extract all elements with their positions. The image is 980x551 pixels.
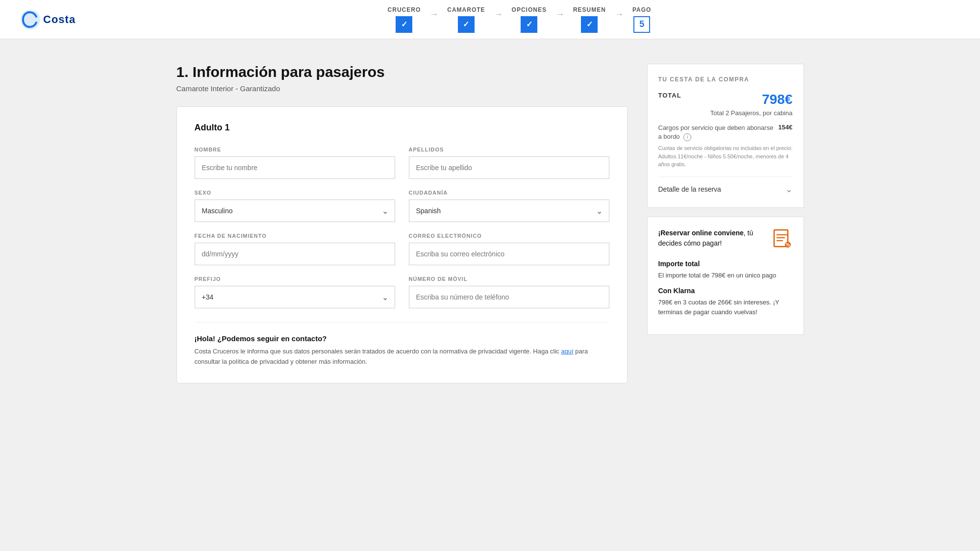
group-ciudadania: CIUDADANÍA Spanish English French German… (409, 190, 609, 222)
label-fecha: FECHA DE NACIMIENTO (195, 233, 395, 239)
page-subtitle: Camarote Interior - Garantizado (176, 84, 628, 93)
label-apellidos: APELLIDOS (409, 147, 609, 152)
input-movil[interactable] (409, 286, 609, 308)
detalle-reserva-row[interactable]: Detalle de la reserva ⌄ (658, 176, 793, 198)
step-resumen-indicator: ✓ (581, 16, 598, 33)
detalle-label: Detalle de la reserva (658, 185, 721, 193)
group-movil: NÚMERO DE MÓVIL (409, 276, 609, 308)
row-fecha-correo: FECHA DE NACIMIENTO CORREO ELECTRÓNICO (195, 233, 609, 265)
step-camarote-indicator: ✓ (458, 16, 475, 33)
promo-icon: % (771, 228, 793, 253)
info-icon[interactable]: i (683, 133, 691, 141)
arrow-2: → (485, 9, 512, 29)
promo-klarna-section: Con Klarna 798€ en 3 cuotas de 266€ sin … (658, 287, 793, 317)
group-nombre: NOMBRE (195, 147, 395, 179)
step-crucero-indicator: ✓ (396, 16, 412, 33)
arrow-4: → (606, 9, 632, 29)
input-correo[interactable] (409, 243, 609, 265)
promo-klarna-title: Con Klarna (658, 287, 793, 295)
privacy-text: Costa Cruceros le informa que sus datos … (195, 347, 609, 367)
group-sexo: SEXO Masculino Femenino ⌄ (195, 190, 395, 222)
step-resumen[interactable]: RESUMEN ✓ (573, 6, 606, 33)
total-row: TOTAL 798€ (658, 92, 793, 107)
select-sexo[interactable]: Masculino Femenino (195, 200, 395, 222)
promo-klarna-text: 798€ en 3 cuotas de 266€ sin intereses. … (658, 298, 793, 317)
total-sub: Total 2 Pasajeros, por cabina (658, 109, 793, 117)
label-sexo: SEXO (195, 190, 395, 196)
arrow-3: → (547, 9, 573, 29)
group-prefijo: PREFIJO +34 +1 +44 +49 ⌄ (195, 276, 395, 308)
service-note: Cuotas de servicio obligatorias no inclu… (658, 144, 793, 169)
total-label: TOTAL (658, 92, 681, 99)
label-prefijo: PREFIJO (195, 276, 395, 282)
privacy-link[interactable]: aquí (561, 348, 573, 355)
privacy-section: ¡Hola! ¿Podemos seguir en contacto? Cost… (195, 322, 609, 367)
step-opciones-indicator: ✓ (521, 16, 537, 33)
cargo-text: Cargos por servicio que deben abonarse a… (658, 124, 775, 141)
logo: Costa (20, 9, 78, 30)
promo-importe-title: Importe total (658, 260, 793, 268)
adult-title: Adulto 1 (195, 123, 609, 133)
cargo-row: Cargos por servicio que deben abonarse a… (658, 124, 793, 141)
step-crucero[interactable]: CRUCERO ✓ (388, 6, 421, 33)
page-title: 1. Información para pasajeros (176, 64, 628, 80)
group-correo: CORREO ELECTRÓNICO (409, 233, 609, 265)
promo-card: ¡Reservar online conviene, tú decides có… (647, 217, 804, 335)
stepper: CRUCERO ✓ → CAMAROTE ✓ → OPCIONES ✓ → RE… (78, 6, 960, 33)
select-prefijo[interactable]: +34 +1 +44 +49 (195, 286, 395, 308)
promo-title: ¡Reservar online conviene, tú decides có… (658, 228, 765, 249)
row-nombre-apellidos: NOMBRE APELLIDOS (195, 147, 609, 179)
logo-text: Costa (43, 13, 75, 26)
promo-importe-text: El importe total de 798€ en un único pag… (658, 271, 793, 280)
privacy-title: ¡Hola! ¿Podemos seguir en contacto? (195, 334, 609, 343)
chevron-down-icon-detalle: ⌄ (785, 184, 793, 195)
label-nombre: NOMBRE (195, 147, 395, 152)
label-correo: CORREO ELECTRÓNICO (409, 233, 609, 239)
select-ciudadania[interactable]: Spanish English French German (409, 200, 609, 222)
select-wrapper-sexo: Masculino Femenino ⌄ (195, 200, 395, 222)
header: Costa CRUCERO ✓ → CAMAROTE ✓ → OPCIONES … (0, 0, 980, 39)
group-fecha: FECHA DE NACIMIENTO (195, 233, 395, 265)
cargo-amount: 154€ (779, 124, 793, 131)
passenger-form-card: Adulto 1 NOMBRE APELLIDOS SEXO (176, 106, 628, 383)
arrow-1: → (421, 9, 447, 29)
input-nombre[interactable] (195, 156, 395, 179)
step-pago-indicator: 5 (633, 16, 650, 33)
basket-card: TU CESTA DE LA COMPRA TOTAL 798€ Total 2… (647, 64, 804, 208)
right-sidebar: TU CESTA DE LA COMPRA TOTAL 798€ Total 2… (647, 64, 804, 335)
basket-title: TU CESTA DE LA COMPRA (658, 76, 793, 83)
row-sexo-ciudadania: SEXO Masculino Femenino ⌄ CIUDADANÍA Spa… (195, 190, 609, 222)
promo-importe-section: Importe total El importe total de 798€ e… (658, 260, 793, 280)
select-wrapper-ciudadania: Spanish English French German ⌄ (409, 200, 609, 222)
row-prefijo-movil: PREFIJO +34 +1 +44 +49 ⌄ NÚMERO DE MÓVIL (195, 276, 609, 308)
promo-header: ¡Reservar online conviene, tú decides có… (658, 228, 793, 253)
input-fecha[interactable] (195, 243, 395, 265)
main-content: 1. Información para pasajeros Camarote I… (147, 39, 833, 408)
total-amount: 798€ (762, 92, 792, 107)
step-pago[interactable]: PAGO 5 (632, 6, 651, 33)
select-wrapper-prefijo: +34 +1 +44 +49 ⌄ (195, 286, 395, 308)
group-apellidos: APELLIDOS (409, 147, 609, 179)
input-apellidos[interactable] (409, 156, 609, 179)
label-movil: NÚMERO DE MÓVIL (409, 276, 609, 282)
label-ciudadania: CIUDADANÍA (409, 190, 609, 196)
svg-text:%: % (785, 242, 790, 248)
step-opciones[interactable]: OPCIONES ✓ (512, 6, 547, 33)
step-camarote[interactable]: CAMAROTE ✓ (447, 6, 485, 33)
left-column: 1. Información para pasajeros Camarote I… (176, 64, 628, 383)
